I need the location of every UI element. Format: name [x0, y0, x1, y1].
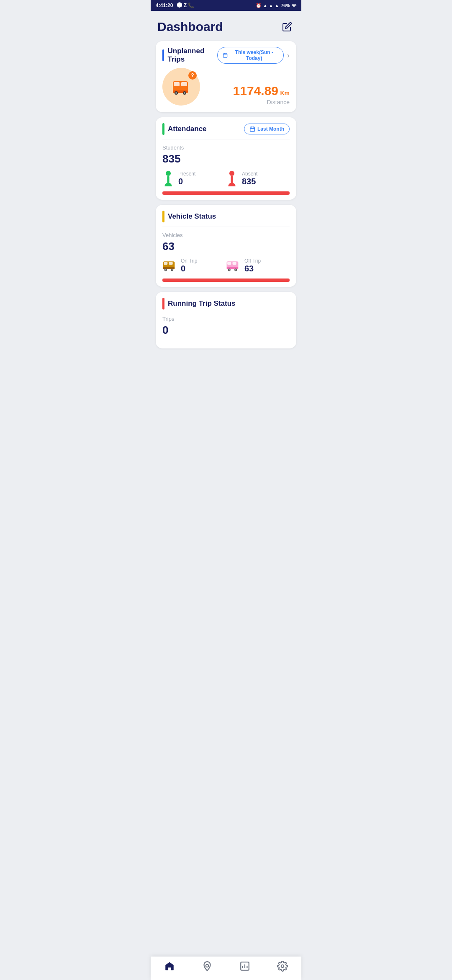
svg-rect-0: [223, 54, 227, 57]
svg-point-27: [172, 269, 173, 270]
svg-rect-30: [232, 262, 236, 264]
absent-stat: Absent 835: [226, 170, 290, 186]
running-trip-title: Running Trip Status: [168, 299, 236, 308]
distance-display: 1174.89 Km Distance: [233, 84, 290, 106]
svg-point-18: [229, 171, 234, 176]
edit-button[interactable]: [280, 19, 295, 34]
status-bar: 4:41:20 ⓿ Z 📞 ⏰ ▲ ▲ ▲ 76% 👁: [151, 0, 301, 11]
vehicle-stats: Vehicles 63 On Trip: [156, 227, 296, 287]
status-time: 4:41:20 ⓿ Z 📞: [156, 3, 194, 8]
svg-point-16: [166, 171, 171, 176]
attendance-progress-bar: [162, 191, 290, 195]
svg-rect-17: [167, 176, 169, 183]
vehicle-progress-bar: [162, 279, 290, 282]
attendance-title: Attendance: [168, 125, 207, 133]
unplanned-trips-filter-btn[interactable]: This week(Sun - Today): [217, 47, 284, 64]
vehicle-status-card: Vehicle Status Vehicles 63: [156, 205, 296, 287]
vehicle-accent-bar: [162, 211, 164, 222]
page-header: Dashboard: [151, 11, 301, 41]
attendance-title-row: Attendance: [162, 123, 207, 135]
unplanned-trips-card: Unplanned Trips This week(Sun - Today) ›: [156, 41, 296, 112]
svg-rect-12: [250, 127, 255, 132]
unplanned-trips-header: Unplanned Trips This week(Sun - Today) ›: [156, 41, 296, 68]
accent-bar: [162, 49, 164, 61]
attendance-header: Attendance Last Month: [156, 117, 296, 139]
bus-illustration: ?: [162, 68, 200, 106]
running-trip-content: Trips 0: [156, 314, 296, 348]
svg-rect-19: [231, 176, 233, 183]
off-trip-stat: Off Trip 63: [226, 258, 290, 273]
attendance-progress-fill: [162, 191, 290, 195]
attendance-stats: Students 835 Present 0: [156, 139, 296, 200]
svg-rect-23: [163, 267, 175, 269]
attendance-filter-btn[interactable]: Last Month: [244, 124, 290, 134]
svg-point-35: [235, 269, 236, 270]
attendance-stat-row: Present 0 Absent 835: [162, 170, 290, 186]
svg-point-26: [165, 269, 166, 270]
unplanned-trips-title-row: Unplanned Trips: [162, 47, 217, 64]
svg-rect-21: [164, 262, 167, 264]
vehicle-status-title: Vehicle Status: [168, 212, 216, 221]
running-trip-header: Running Trip Status: [156, 292, 296, 314]
svg-rect-6: [181, 82, 187, 86]
svg-point-34: [229, 269, 230, 270]
vehicle-stat-row: On Trip 0: [162, 258, 290, 273]
unplanned-trips-content: ? 1174.89 Km Distance: [156, 68, 296, 112]
attendance-accent-bar: [162, 123, 164, 135]
main-content: Unplanned Trips This week(Sun - Today) ›: [151, 41, 301, 387]
svg-rect-22: [169, 262, 172, 264]
running-trip-card: Running Trip Status Trips 0: [156, 292, 296, 348]
present-stat: Present 0: [162, 170, 226, 186]
svg-rect-5: [174, 82, 180, 86]
on-trip-stat: On Trip 0: [162, 258, 226, 273]
running-trip-title-row: Running Trip Status: [162, 298, 236, 309]
svg-rect-31: [227, 267, 239, 269]
running-trip-accent-bar: [162, 298, 164, 309]
unplanned-trips-title: Unplanned Trips: [167, 47, 217, 64]
status-icons: ⏰ ▲ ▲ ▲ 76% 👁: [256, 3, 296, 8]
attendance-card: Attendance Last Month Students 835: [156, 117, 296, 200]
svg-point-11: [184, 92, 185, 94]
svg-rect-29: [227, 262, 231, 264]
vehicle-status-header: Vehicle Status: [156, 205, 296, 227]
vehicle-progress-fill: [162, 279, 290, 282]
question-badge: ?: [188, 71, 197, 80]
vehicle-status-title-row: Vehicle Status: [162, 211, 216, 222]
chevron-right-icon: ›: [287, 51, 290, 60]
page-title: Dashboard: [157, 20, 223, 34]
svg-point-10: [175, 92, 177, 94]
